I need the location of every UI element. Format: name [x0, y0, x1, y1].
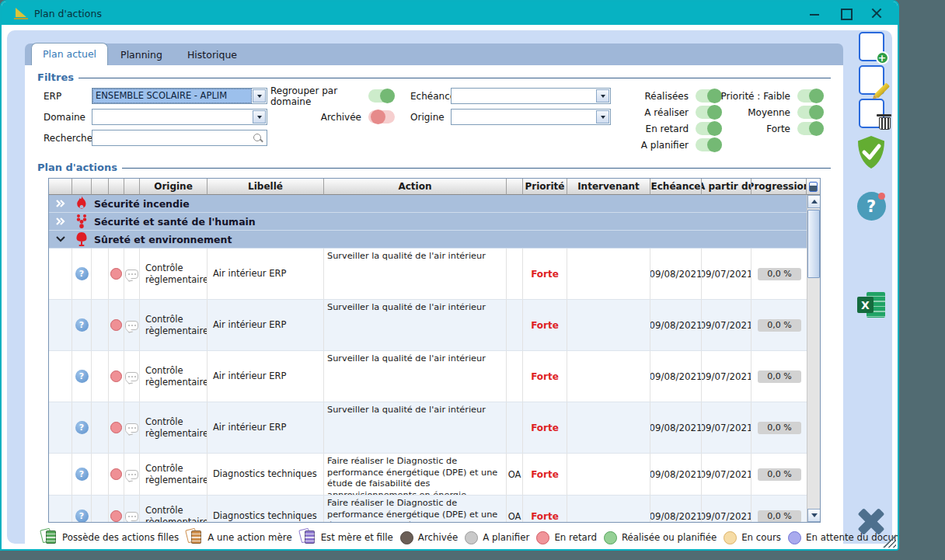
oa-cell	[507, 249, 523, 299]
realisees-label: Réalisées	[645, 91, 689, 102]
tab-historique[interactable]: Historique	[175, 45, 249, 65]
help-icon[interactable]: ?	[75, 510, 89, 522]
export-excel-button[interactable]: X	[857, 292, 885, 318]
legend-label: A une action mère	[207, 532, 291, 543]
search-icon[interactable]	[253, 133, 263, 144]
help-button[interactable]: ?	[857, 192, 886, 221]
column-options-icon[interactable]	[809, 182, 818, 192]
header-intervenant[interactable]: Intervenant	[567, 179, 650, 195]
edit-action-button[interactable]	[859, 65, 884, 95]
libelle-cell: Diagnostics techniques	[207, 496, 324, 522]
comment-icon[interactable]	[125, 372, 138, 381]
en-attente-du-document-de-validation-circle-icon	[788, 531, 801, 544]
validate-button[interactable]	[855, 135, 887, 172]
erp-select[interactable]: ENSEMBLE SCOLAIRE - APLIM	[92, 88, 267, 104]
table-row[interactable]: ? Contrôle règlementaire Air intérieur E…	[49, 300, 808, 351]
close-window-button[interactable]	[871, 8, 882, 19]
en-retard-label: En retard	[646, 123, 689, 134]
table-row[interactable]: ? Contrôle règlementaire Diagnostics tec…	[49, 496, 808, 522]
table-row[interactable]: ? Contrôle règlementaire Diagnostics tec…	[49, 454, 808, 496]
echeance-select[interactable]	[451, 88, 611, 104]
a-partir-du-cell: 09/07/2021	[702, 496, 751, 522]
header-libelle[interactable]: Libellé	[207, 179, 324, 195]
docs-purple-icon	[299, 529, 316, 546]
echeance-label: Echéance	[410, 91, 451, 102]
group-row-securite-sante-humain[interactable]: Sécurité et santé de l'humain	[49, 213, 808, 231]
toggle-regrouper-par-domaine[interactable]	[368, 89, 395, 103]
header-priorite[interactable]: Priorité	[523, 179, 567, 195]
flame-icon	[72, 196, 91, 211]
table-body: Sécurité incendie	[49, 195, 820, 522]
group-row-surete-environnement[interactable]: Sûreté et environnement	[49, 231, 808, 249]
help-icon[interactable]: ?	[75, 370, 89, 383]
moyenne-label: Moyenne	[748, 107, 790, 118]
header-origine[interactable]: Origine	[140, 179, 207, 195]
late-status-icon	[110, 370, 122, 382]
origine-cell: Contrôle règlementaire	[140, 402, 207, 453]
new-action-button[interactable]: +	[859, 32, 884, 61]
domaine-label: Domaine	[44, 112, 92, 123]
group-row-securite-incendie[interactable]: Sécurité incendie	[49, 195, 808, 213]
comment-icon[interactable]	[125, 470, 138, 479]
scrollbar-down-icon[interactable]	[807, 509, 820, 522]
dropdown-arrow-icon[interactable]	[253, 89, 266, 103]
comment-icon[interactable]	[125, 512, 138, 521]
oa-cell	[507, 402, 523, 453]
dropdown-arrow-icon[interactable]	[253, 110, 266, 123]
late-status-icon	[110, 468, 122, 480]
scrollbar-thumb[interactable]	[807, 210, 820, 278]
progression-bar: 0,0 %	[758, 422, 801, 434]
oa-cell: OA	[507, 496, 523, 522]
progression-bar: 0,0 %	[758, 510, 801, 523]
search-input-wrap	[92, 130, 267, 146]
comment-icon[interactable]	[125, 321, 138, 330]
tab-plan-actuel[interactable]: Plan actuel	[31, 43, 108, 65]
toggle-archivee[interactable]	[368, 110, 395, 123]
header-action[interactable]: Action	[324, 179, 507, 195]
close-panel-button[interactable]	[855, 505, 887, 537]
domaine-select[interactable]	[92, 109, 267, 125]
table-row[interactable]: ? Contrôle règlementaire Air intérieur E…	[49, 249, 808, 300]
header-echeance[interactable]: Echéance	[650, 179, 702, 195]
table-row[interactable]: ? Contrôle règlementaire Air intérieur E…	[49, 402, 808, 454]
oa-cell	[507, 351, 523, 402]
help-icon[interactable]: ?	[75, 318, 89, 332]
status-legend: Possède des actions filles A une action …	[40, 529, 831, 546]
forte-label: Forte	[766, 123, 790, 134]
chevron-expanded-icon[interactable]	[49, 235, 72, 244]
table-row[interactable]: ? Contrôle règlementaire Air intérieur E…	[49, 351, 808, 402]
status-toggle-group: RéaliséesA réaliserEn retardA planifier	[605, 88, 722, 153]
help-icon[interactable]: ?	[75, 267, 89, 280]
legend-label: Possède des actions filles	[62, 532, 179, 543]
docs-orange-icon	[186, 529, 203, 546]
scrollbar-up-icon[interactable]	[807, 195, 820, 208]
echeance-cell: 09/08/2021	[650, 351, 702, 402]
help-icon[interactable]: ?	[75, 468, 89, 481]
toggle-priorite-faible[interactable]	[797, 89, 824, 103]
chevron-collapsed-icon[interactable]	[49, 217, 72, 226]
tab-planning[interactable]: Planning	[108, 45, 175, 65]
help-icon[interactable]: ?	[75, 421, 89, 434]
minimize-button[interactable]	[809, 8, 820, 19]
toggle-forte[interactable]	[797, 122, 824, 135]
origine-select[interactable]	[451, 109, 611, 125]
a-planifier-circle-icon	[465, 531, 478, 544]
intervenant-cell	[567, 351, 650, 402]
search-input[interactable]	[96, 133, 253, 144]
late-status-icon	[110, 510, 122, 522]
comment-icon[interactable]	[125, 270, 138, 279]
delete-action-button[interactable]	[859, 99, 884, 128]
vertical-scrollbar[interactable]	[807, 195, 820, 522]
toggle-a-planifier[interactable]	[696, 138, 722, 151]
title-bar[interactable]: Plan d'actions	[2, 2, 898, 25]
comment-icon[interactable]	[125, 423, 138, 433]
toggle-moyenne[interactable]	[797, 106, 824, 119]
maximize-button[interactable]	[840, 8, 851, 19]
bell-icon	[72, 231, 91, 247]
late-status-icon	[110, 319, 122, 331]
header-progression[interactable]: Progression	[751, 179, 807, 195]
people-icon	[72, 214, 91, 229]
header-a-partir-du[interactable]: A partir du	[702, 179, 751, 195]
toggle-knob	[380, 89, 395, 103]
chevron-collapsed-icon[interactable]	[49, 199, 72, 208]
